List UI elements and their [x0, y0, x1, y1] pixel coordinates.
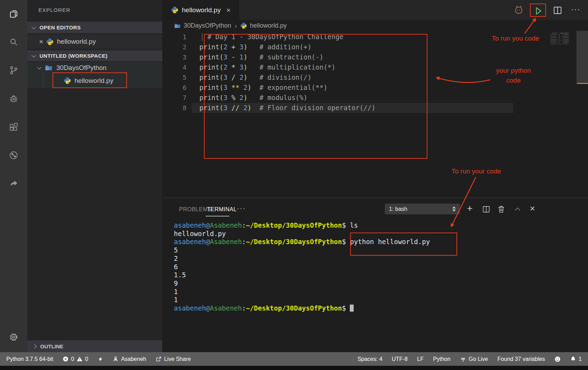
- workspace-header[interactable]: UNTITLED (WORKSPACE): [27, 50, 162, 61]
- outline-header[interactable]: OUTLINE: [27, 340, 162, 352]
- terminal-line: 5: [174, 246, 430, 255]
- code-text: print(3 % 2) # modulus(%): [186, 93, 307, 103]
- file-item-helloworld[interactable]: helloworld.py: [27, 73, 162, 88]
- tab-terminal[interactable]: TERMINAL: [207, 206, 237, 213]
- folder-name: 30DaysOfPython: [56, 64, 107, 72]
- more-actions-icon[interactable]: ···: [571, 5, 581, 15]
- outline-label: OUTLINE: [40, 343, 63, 349]
- split-terminal-icon[interactable]: [480, 203, 492, 215]
- breadcrumb[interactable]: 30DaysOfPython › helloworld.py: [163, 20, 588, 31]
- code-line[interactable]: 3print(3 - 1) # subtraction(-): [163, 52, 375, 62]
- line-number: 3: [163, 52, 186, 62]
- close-icon[interactable]: ×: [39, 38, 46, 46]
- breadcrumb-folder[interactable]: 30DaysOfPython: [184, 22, 231, 29]
- terminal-line: asabeneh@Asabeneh:~/Desktop/30DaysOfPyth…: [174, 221, 430, 230]
- terminal-line: 1.5: [174, 271, 430, 279]
- status-indentation[interactable]: Spaces: 4: [357, 356, 382, 362]
- status-live-share[interactable]: Live Share: [156, 356, 191, 362]
- minimap[interactable]: # Day 1 - 30DaysOfPython Challenge print…: [551, 33, 569, 45]
- chevron-right-icon: [32, 344, 37, 349]
- open-editor-item[interactable]: × helloworld.py: [27, 35, 162, 49]
- close-panel-icon[interactable]: ×: [526, 203, 538, 215]
- terminal-line: 9: [174, 279, 430, 288]
- open-editors-header[interactable]: OPEN EDITORS: [27, 22, 162, 33]
- code-line[interactable]: 7print(3 % 2) # modulus(%): [163, 93, 375, 103]
- status-variables[interactable]: Found 37 variables: [497, 356, 545, 362]
- status-notifications[interactable]: 1: [570, 356, 582, 362]
- status-language[interactable]: Python: [433, 356, 451, 362]
- terminal[interactable]: asabeneh@Asabeneh:~/Desktop/30DaysOfPyth…: [174, 221, 430, 313]
- active-tab-underline: [206, 216, 229, 216]
- status-encoding[interactable]: UTF-8: [392, 356, 408, 362]
- python-file-icon: [240, 22, 247, 29]
- terminal-line: asabeneh@Asabeneh:~/Desktop/30DaysOfPyth…: [174, 304, 430, 313]
- status-go-live[interactable]: Go Live: [460, 356, 488, 362]
- vscode-window: EXPLORER OPEN EDITORS × helloworld.py UN…: [0, 0, 588, 370]
- line-number: 7: [163, 93, 186, 103]
- indent-guide: [202, 33, 203, 41]
- tab-helloworld[interactable]: helloworld.py ×: [163, 0, 239, 20]
- code-line[interactable]: 4print(2 * 3) # multiplication(*): [163, 62, 375, 72]
- code-line[interactable]: 6print(3 ** 2) # exponential(**): [163, 83, 375, 93]
- settings-gear-icon[interactable]: [9, 332, 19, 342]
- line-number: 8: [163, 103, 186, 113]
- chevron-down-icon: [31, 25, 36, 29]
- code-line[interactable]: 8print(3 // 2) # Floor division operator…: [163, 103, 375, 113]
- terminal-command: python helloworld.py: [350, 238, 430, 246]
- select-arrows-icon: [452, 206, 456, 212]
- live-share-export-icon: [156, 356, 162, 362]
- code-text: print(3 - 1) # subtraction(-): [186, 52, 324, 62]
- status-left: Python 3.7.5 64-bit 0 0 Asabeneh Live Sh…: [6, 356, 191, 362]
- chevron-down-icon: [31, 53, 36, 58]
- status-eol[interactable]: LF: [417, 356, 424, 362]
- debug-icon[interactable]: [9, 94, 19, 104]
- source-control-icon[interactable]: [9, 65, 19, 75]
- status-problems[interactable]: 0 0: [63, 356, 88, 362]
- status-bar: Python 3.7.5 64-bit 0 0 Asabeneh Live Sh…: [0, 352, 588, 366]
- extensions-icon[interactable]: [9, 122, 19, 132]
- warning-icon: [77, 356, 83, 362]
- live-share-icon[interactable]: [9, 150, 19, 160]
- search-icon[interactable]: [9, 37, 19, 47]
- code-text: print(2 + 3) # addition(+): [186, 42, 311, 52]
- folder-item-30daysofpython[interactable]: 30DaysOfPython: [27, 62, 162, 73]
- code-line[interactable]: 1 # Day 1 - 30DaysOfPython Challenge: [163, 32, 375, 42]
- editor-tab-bar: helloworld.py × ···: [163, 0, 588, 20]
- status-user[interactable]: Asabeneh: [113, 356, 146, 362]
- annotation-code-label: your pythoncode: [489, 66, 538, 85]
- terminal-line: 2: [174, 255, 430, 263]
- kill-terminal-icon[interactable]: [495, 203, 507, 215]
- smiley-icon: [554, 356, 561, 362]
- maximize-panel-icon[interactable]: [512, 203, 524, 215]
- breadcrumb-file[interactable]: helloworld.py: [250, 22, 286, 29]
- shell-selector[interactable]: 1: bash: [385, 204, 460, 214]
- cat-extension-icon[interactable]: [513, 5, 524, 15]
- code-editor[interactable]: 1 # Day 1 - 30DaysOfPython Challenge2pri…: [163, 32, 375, 113]
- explorer-sidebar: EXPLORER OPEN EDITORS × helloworld.py UN…: [27, 0, 163, 352]
- new-terminal-icon[interactable]: +: [464, 203, 476, 215]
- run-button[interactable]: [533, 5, 543, 16]
- explorer-icon[interactable]: [9, 9, 19, 19]
- status-flash[interactable]: [98, 356, 103, 362]
- terminal-cursor[interactable]: [350, 305, 354, 312]
- code-line[interactable]: 2print(2 + 3) # addition(+): [163, 42, 375, 52]
- lightning-icon: [98, 356, 103, 362]
- status-feedback[interactable]: [554, 356, 561, 362]
- code-line[interactable]: 5print(3 / 2) # division(/): [163, 72, 375, 83]
- close-icon[interactable]: ×: [226, 6, 231, 14]
- terminal-command: ls: [350, 221, 358, 229]
- terminal-line: helloworld.py: [174, 230, 430, 238]
- person-icon: [113, 356, 119, 362]
- panel-more-icon[interactable]: ···: [237, 204, 246, 212]
- split-editor-icon[interactable]: [552, 5, 563, 15]
- notification-count: 1: [579, 356, 582, 362]
- line-number: 5: [163, 72, 186, 83]
- tab-problems[interactable]: PROBLEMS: [179, 206, 212, 213]
- scrollbar[interactable]: [576, 31, 588, 84]
- share-icon[interactable]: [9, 178, 19, 188]
- status-python-version[interactable]: Python 3.7.5 64-bit: [6, 356, 53, 362]
- activity-bar: [0, 0, 27, 352]
- warning-count: 0: [85, 356, 88, 362]
- tree-indent-guide: [43, 73, 43, 88]
- code-text: print(3 / 2) # division(/): [186, 72, 311, 83]
